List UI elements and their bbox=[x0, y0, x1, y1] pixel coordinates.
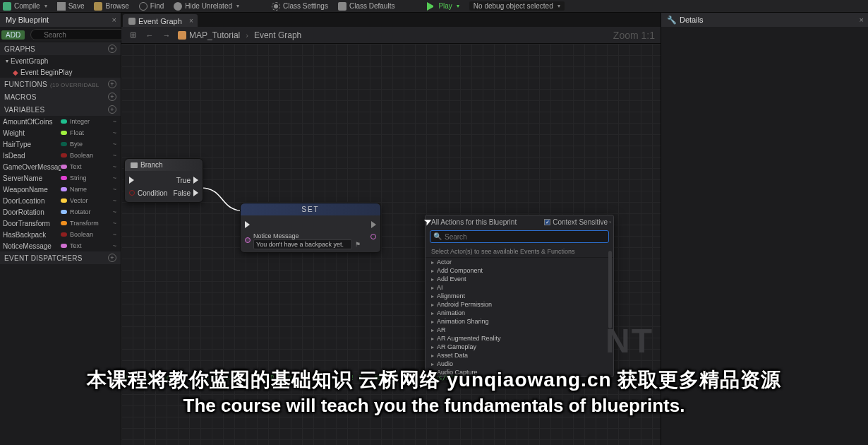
visibility-icon[interactable]: ~ bbox=[113, 242, 116, 249]
exec-pin-in[interactable] bbox=[129, 177, 134, 184]
class-settings-button[interactable]: Class Settings bbox=[272, 2, 328, 11]
variable-row[interactable]: WeaponNameName~ bbox=[0, 184, 121, 195]
notice-message-input[interactable] bbox=[253, 239, 352, 249]
visibility-icon[interactable]: ~ bbox=[113, 186, 116, 193]
add-variable-button[interactable]: + bbox=[108, 105, 116, 114]
visibility-icon[interactable]: ~ bbox=[113, 152, 116, 159]
context-search-input[interactable] bbox=[430, 230, 609, 243]
visibility-icon[interactable]: ~ bbox=[113, 118, 116, 125]
context-menu-item[interactable]: ▸Alignment bbox=[426, 292, 613, 300]
class-defaults-button[interactable]: Class Defaults bbox=[338, 2, 394, 11]
context-menu-item[interactable]: ▸Animation bbox=[426, 309, 613, 317]
variable-row[interactable]: DoorRotationRotator~ bbox=[0, 206, 121, 218]
visibility-icon[interactable]: ~ bbox=[113, 163, 116, 170]
type-pill-icon bbox=[61, 142, 67, 146]
close-icon[interactable]: × bbox=[189, 17, 193, 25]
debug-object-select[interactable]: No debug object selected▾ bbox=[469, 1, 565, 11]
variable-row[interactable]: HasBackpackBoolean~ bbox=[0, 229, 121, 240]
context-menu-item[interactable]: ▸Android Permission bbox=[426, 300, 613, 309]
add-button[interactable]: ADD bbox=[1, 30, 25, 40]
compile-button[interactable]: Compile▾ bbox=[3, 2, 47, 11]
visibility-icon[interactable]: ~ bbox=[113, 141, 116, 148]
node-header[interactable]: SET bbox=[241, 203, 380, 215]
text-pin-in[interactable] bbox=[245, 237, 251, 243]
context-menu-item[interactable]: ▸Add Event bbox=[426, 275, 613, 283]
hide-unrelated-button[interactable]: Hide Unrelated▾ bbox=[174, 2, 239, 11]
exec-pin-in[interactable] bbox=[245, 221, 250, 228]
context-menu-item[interactable]: ▸Add Component bbox=[426, 266, 613, 275]
context-menu-item[interactable]: ▸Asset Data bbox=[426, 351, 613, 360]
visibility-icon[interactable]: ~ bbox=[113, 129, 116, 136]
context-menu-item[interactable]: ▸AR Gameplay bbox=[426, 343, 613, 351]
graph-canvas[interactable]: Branch True Condition False SET bbox=[121, 44, 661, 445]
context-menu-item[interactable]: ▸Audio bbox=[426, 360, 613, 368]
variable-row[interactable]: AmountOfCoinsInteger~ bbox=[0, 116, 121, 127]
flag-icon[interactable]: ⚑ bbox=[355, 241, 361, 248]
type-pill-icon bbox=[61, 232, 67, 237]
macros-section-header[interactable]: MACROS + bbox=[0, 90, 121, 103]
add-function-button[interactable]: + bbox=[108, 80, 116, 88]
details-tab[interactable]: 🔧 Details × bbox=[661, 13, 868, 27]
dispatchers-section-header[interactable]: EVENT DISPATCHERS + bbox=[0, 251, 121, 264]
variable-row[interactable]: GameOverMessageText~ bbox=[0, 161, 121, 172]
event-graph-tab[interactable]: Event Graph × bbox=[123, 14, 198, 27]
add-macro-button[interactable]: + bbox=[108, 93, 116, 101]
exec-pin-true[interactable] bbox=[193, 177, 198, 184]
graphs-section-header[interactable]: GRAPHS + bbox=[0, 42, 121, 55]
caret-right-icon: ▸ bbox=[431, 302, 434, 308]
my-blueprint-panel: My Blueprint × ADD 🔍 ⚙ GRAPHS + ▾EventGr… bbox=[0, 13, 121, 445]
variable-row[interactable]: HairTypeByte~ bbox=[0, 138, 121, 150]
visibility-icon[interactable]: ~ bbox=[113, 220, 116, 227]
chevron-down-icon[interactable]: ▾ bbox=[44, 3, 47, 9]
breadcrumb-graph[interactable]: Event Graph bbox=[254, 30, 301, 40]
exec-pin-false[interactable] bbox=[193, 189, 198, 196]
browse-button[interactable]: Browse bbox=[94, 2, 128, 11]
text-pin-out[interactable] bbox=[370, 234, 376, 239]
node-header[interactable]: Branch bbox=[125, 159, 203, 171]
visibility-icon[interactable]: ~ bbox=[113, 197, 116, 204]
add-dispatcher-button[interactable]: + bbox=[108, 254, 116, 262]
caret-right-icon: ▸ bbox=[431, 285, 434, 291]
context-menu-item[interactable]: ▸AI bbox=[426, 283, 613, 292]
graph-item-eventgraph[interactable]: ▾EventGraph bbox=[0, 55, 121, 66]
variable-row[interactable]: IsDeadBoolean~ bbox=[0, 150, 121, 161]
nav-forward-button[interactable]: → bbox=[161, 30, 172, 41]
play-button[interactable]: Play▾ bbox=[427, 2, 459, 11]
variable-row[interactable]: WeightFloat~ bbox=[0, 127, 121, 138]
scrollbar[interactable] bbox=[608, 251, 612, 328]
nav-back-button[interactable]: ← bbox=[144, 30, 155, 41]
field-label: Notice Message bbox=[253, 232, 361, 239]
context-menu-item[interactable]: ▸Actor bbox=[426, 258, 613, 266]
visibility-icon[interactable]: ~ bbox=[113, 174, 116, 182]
context-menu-item[interactable]: ▸AR bbox=[426, 326, 613, 334]
find-button[interactable]: Find bbox=[139, 2, 164, 11]
save-button[interactable]: Save bbox=[57, 2, 85, 11]
graph-item-beginplay[interactable]: ◆Event BeginPlay bbox=[0, 66, 121, 78]
functions-section-header[interactable]: FUNCTIONS(19 OVERRIDABL + bbox=[0, 78, 121, 90]
add-graph-button[interactable]: + bbox=[108, 44, 116, 53]
condition-pin[interactable] bbox=[129, 190, 135, 196]
my-blueprint-tab[interactable]: My Blueprint × bbox=[0, 13, 121, 27]
details-icon: 🔧 bbox=[667, 16, 677, 25]
context-menu-item[interactable]: ▸Animation Sharing bbox=[426, 317, 613, 326]
close-icon[interactable]: × bbox=[112, 16, 116, 24]
variable-row[interactable]: ServerNameString~ bbox=[0, 172, 121, 184]
context-sensitive-checkbox[interactable]: ✓Context Sensitive bbox=[544, 218, 608, 226]
chevron-down-icon[interactable]: ▾ bbox=[457, 3, 459, 9]
variable-row[interactable]: DoorLocationVector~ bbox=[0, 195, 121, 206]
node-set[interactable]: SET Notice Message bbox=[240, 203, 381, 253]
breadcrumb-asset[interactable]: MAP_Tutorial bbox=[178, 30, 240, 40]
nav-menu-button[interactable]: ⊞ bbox=[127, 30, 138, 41]
node-branch[interactable]: Branch True Condition False bbox=[124, 158, 203, 203]
caret-right-icon: ▸ bbox=[431, 352, 434, 359]
variable-row[interactable]: DoorTransformTransform~ bbox=[0, 218, 121, 229]
close-icon[interactable]: × bbox=[860, 16, 864, 24]
exec-pin-out[interactable] bbox=[371, 221, 376, 228]
chevron-down-icon[interactable]: ▾ bbox=[236, 3, 239, 9]
caret-right-icon: ▸ bbox=[431, 327, 434, 333]
visibility-icon[interactable]: ~ bbox=[113, 208, 116, 215]
visibility-icon[interactable]: ~ bbox=[113, 231, 116, 238]
context-menu-item[interactable]: ▸AR Augmented Reality bbox=[426, 334, 613, 343]
variables-section-header[interactable]: VARIABLES + bbox=[0, 103, 121, 116]
variable-row[interactable]: NoticeMessageText~ bbox=[0, 240, 121, 251]
